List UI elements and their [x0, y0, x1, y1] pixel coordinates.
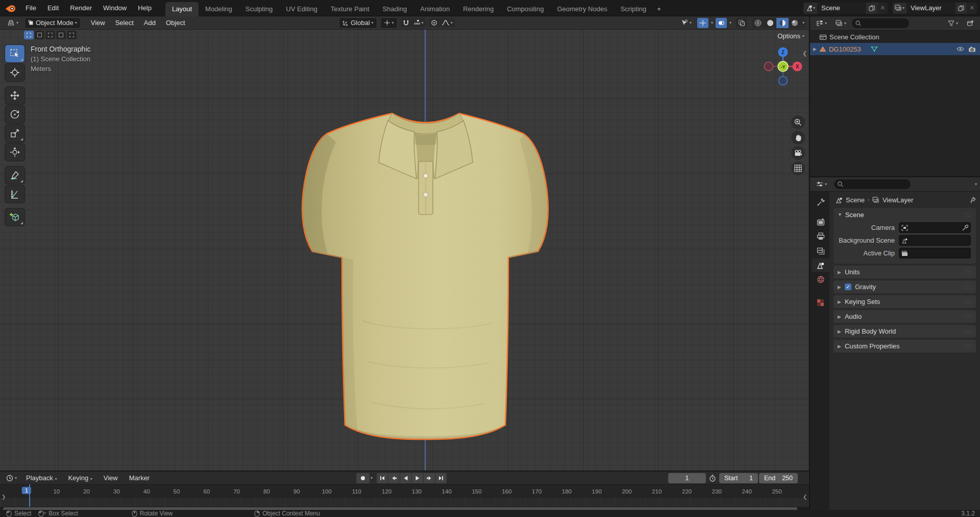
timeline-track-area[interactable] — [0, 498, 809, 507]
tool-scale[interactable] — [5, 125, 24, 142]
breadcrumb-viewlayer[interactable]: ViewLayer — [883, 196, 913, 204]
tool-annotate[interactable] — [5, 167, 24, 184]
properties-header-dropdown[interactable]: ▾ — [975, 182, 977, 186]
frame-tick[interactable]: 220 — [682, 488, 692, 495]
toggle-ortho-grid-icon[interactable] — [791, 161, 805, 175]
gravity-checkbox[interactable]: ✓ — [845, 284, 851, 290]
auto-keyframe-record-icon[interactable] — [356, 473, 370, 483]
tab-uv-editing[interactable]: UV Editing — [279, 2, 324, 16]
gizmo-neg-z-axis[interactable] — [779, 77, 788, 85]
editor-type-timeline-icon[interactable]: ▾ — [3, 473, 20, 484]
prev-keyframe-button[interactable] — [388, 473, 400, 483]
options-dropdown[interactable]: Options▾ — [777, 32, 804, 40]
next-keyframe-button[interactable] — [424, 473, 435, 483]
viewlayer-browse-button[interactable]: ▾ — [893, 3, 906, 14]
frame-tick[interactable]: 50 — [174, 488, 180, 495]
start-frame-field[interactable]: Start1 — [719, 473, 758, 483]
frame-tick[interactable]: 180 — [562, 488, 572, 495]
overlays-dropdown[interactable]: ▾ — [729, 20, 731, 25]
pan-hand-icon[interactable] — [791, 131, 805, 145]
tab-texture-icon[interactable] — [812, 296, 829, 309]
tab-compositing[interactable]: Compositing — [500, 2, 550, 16]
frame-tick[interactable]: 110 — [352, 488, 361, 495]
use-preview-range-clock-icon[interactable] — [709, 475, 716, 482]
jump-to-end-button[interactable] — [435, 473, 447, 483]
select-mode-new[interactable] — [24, 31, 34, 39]
current-frame-field[interactable]: 1 — [668, 473, 706, 483]
menu-window[interactable]: Window — [97, 4, 132, 12]
playhead[interactable] — [29, 484, 30, 507]
menu-select[interactable]: Select — [110, 19, 139, 27]
scene-panel-header[interactable]: ▼ Scene :::: — [834, 208, 976, 221]
zoom-icon[interactable] — [791, 115, 805, 129]
tab-texture-paint[interactable]: Texture Paint — [324, 2, 376, 16]
active-clip-field[interactable] — [899, 248, 971, 258]
tool-transform[interactable] — [5, 144, 24, 161]
panel-drag-handle[interactable]: :::: — [964, 212, 972, 218]
scene-copy-icon[interactable] — [866, 3, 877, 14]
frame-tick[interactable]: 120 — [382, 488, 391, 495]
snap-target-dropdown[interactable]: ▾ — [411, 18, 426, 27]
transform-orientation-dropdown[interactable]: Global ▾ — [339, 17, 377, 29]
tab-sculpting[interactable]: Sculpting — [239, 2, 279, 16]
scene-browse-button[interactable]: ▾ — [803, 3, 817, 14]
shading-dropdown[interactable]: ▾ — [801, 20, 806, 25]
expand-arrow-icon[interactable]: ▶ — [813, 46, 817, 52]
eyedropper-icon[interactable] — [962, 225, 968, 231]
object-visibility-dropdown[interactable]: ▾ — [678, 17, 695, 29]
menu-render[interactable]: Render — [64, 4, 97, 12]
frame-tick[interactable]: 20 — [83, 488, 90, 495]
tab-tool-icon[interactable] — [812, 196, 829, 209]
breadcrumb-scene[interactable]: Scene — [846, 196, 865, 204]
tab-view-layer-icon[interactable] — [812, 244, 829, 257]
polo-shirt-object[interactable] — [291, 106, 561, 443]
viewport-3d[interactable]: Front Orthographic (1) Scene Collection … — [0, 30, 809, 471]
xray-toggle[interactable] — [736, 18, 747, 28]
section-custom-properties[interactable]: ▶Custom Properties:::: — [834, 340, 976, 353]
add-workspace-button[interactable]: + — [653, 2, 665, 16]
select-mode-subtract[interactable] — [45, 31, 55, 39]
blender-logo-icon[interactable] — [0, 4, 20, 12]
outliner-search-input[interactable] — [852, 18, 909, 28]
editor-type-viewport-icon[interactable]: ▾ — [4, 17, 21, 29]
camera-render-icon[interactable] — [968, 46, 976, 52]
outliner-row-object[interactable]: ▶ DG100253 — [810, 43, 980, 55]
section-gravity[interactable]: ▶ ✓ Gravity:::: — [834, 280, 976, 293]
background-scene-field[interactable] — [899, 235, 971, 246]
editor-type-properties-icon[interactable]: ▾ — [813, 179, 830, 190]
menu-playback[interactable]: Playback ▾ — [21, 474, 62, 482]
proportional-falloff-dropdown[interactable]: ▾ — [439, 18, 455, 27]
frame-tick[interactable]: 230 — [712, 488, 722, 495]
sidebar-collapse-icon[interactable]: ❮ — [802, 50, 807, 57]
frame-tick[interactable]: 150 — [472, 488, 481, 495]
play-reverse-button[interactable] — [400, 473, 411, 483]
pivot-point-dropdown[interactable]: ▾ — [380, 17, 398, 29]
scene-name-field[interactable]: Scene — [817, 3, 866, 14]
new-collection-icon[interactable] — [964, 18, 977, 29]
tab-world-icon[interactable] — [812, 273, 829, 286]
frame-tick[interactable]: 60 — [203, 488, 210, 495]
section-audio[interactable]: ▶Audio:::: — [834, 310, 976, 323]
eye-icon[interactable] — [957, 46, 964, 52]
tool-move[interactable] — [5, 87, 24, 104]
shading-material-preview-button[interactable] — [776, 18, 789, 28]
frame-tick[interactable]: 190 — [592, 488, 602, 495]
shading-wireframe-button[interactable] — [752, 18, 764, 28]
menu-help[interactable]: Help — [132, 4, 157, 12]
tab-animation[interactable]: Animation — [413, 2, 456, 16]
shading-rendered-button[interactable] — [789, 18, 801, 28]
outliner-row-scene-collection[interactable]: Scene Collection — [810, 31, 980, 43]
frame-tick[interactable]: 30 — [113, 488, 120, 495]
select-mode-invert[interactable] — [56, 31, 66, 39]
collection-name[interactable]: Scene Collection — [829, 33, 879, 41]
end-frame-field[interactable]: End250 — [759, 473, 798, 483]
navigation-gizmo[interactable]: Z X -Y — [763, 46, 803, 86]
menu-add[interactable]: Add — [139, 19, 161, 27]
frame-tick[interactable]: 130 — [412, 488, 422, 495]
menu-object[interactable]: Object — [161, 19, 190, 27]
tab-geometry-nodes[interactable]: Geometry Nodes — [550, 2, 614, 16]
section-units[interactable]: ▶Units:::: — [834, 266, 976, 278]
frame-tick[interactable]: 200 — [622, 488, 631, 495]
shading-solid-button[interactable] — [764, 18, 776, 28]
viewlayer-remove-icon[interactable]: ✕ — [967, 3, 977, 14]
